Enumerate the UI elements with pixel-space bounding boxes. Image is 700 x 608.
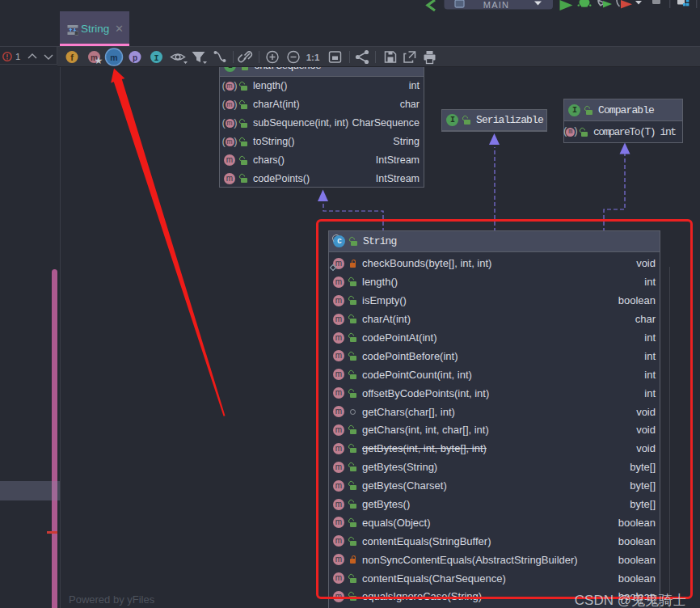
svg-text:p: p	[133, 53, 137, 62]
svg-text:1:1: 1:1	[306, 53, 320, 62]
svg-text:I: I	[154, 54, 158, 63]
svg-text:f: f	[70, 53, 74, 62]
svg-text:★: ★	[95, 55, 103, 66]
svg-text:m: m	[110, 53, 117, 62]
